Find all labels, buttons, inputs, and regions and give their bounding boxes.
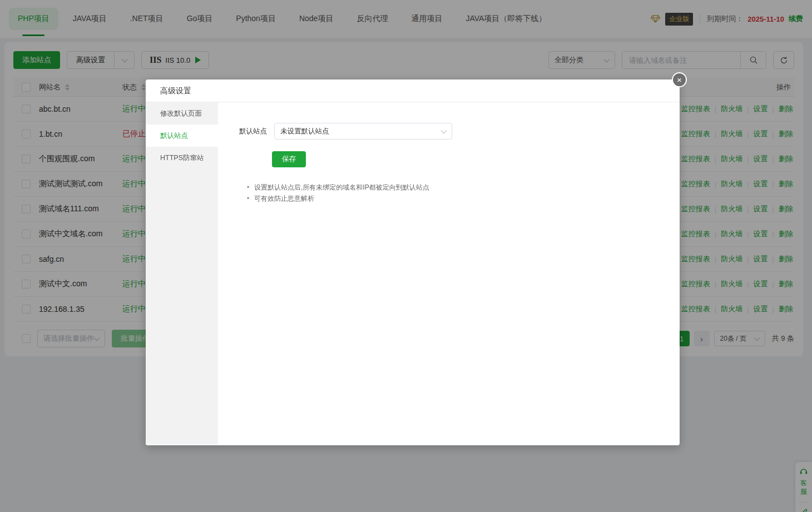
note-item: 可有效防止恶意解析 xyxy=(247,193,680,204)
modal-tab-default-site[interactable]: 默认站点 xyxy=(146,125,218,147)
modal-content: 默认站点 未设置默认站点 保存 设置默认站点后,所有未绑定的域名和IP都被定向到… xyxy=(218,102,680,445)
modal-notes: 设置默认站点后,所有未绑定的域名和IP都被定向到默认站点可有效防止恶意解析 xyxy=(247,182,680,204)
advanced-settings-modal: × 高级设置 修改默认页面默认站点HTTPS防窜站 默认站点 未设置默认站点 保… xyxy=(146,79,680,445)
default-site-select[interactable]: 未设置默认站点 xyxy=(274,123,452,140)
modal-tab-https-anti-leech[interactable]: HTTPS防窜站 xyxy=(146,147,218,169)
close-icon[interactable]: × xyxy=(672,72,687,87)
save-button[interactable]: 保存 xyxy=(272,151,306,167)
modal-sidebar: 修改默认页面默认站点HTTPS防窜站 xyxy=(146,102,218,445)
modal-title: 高级设置 xyxy=(146,79,680,102)
note-item: 设置默认站点后,所有未绑定的域名和IP都被定向到默认站点 xyxy=(247,182,680,193)
modal-overlay[interactable]: × 高级设置 修改默认页面默认站点HTTPS防窜站 默认站点 未设置默认站点 保… xyxy=(0,0,812,512)
modal-tab-change-default-page[interactable]: 修改默认页面 xyxy=(146,102,218,125)
chevron-down-icon xyxy=(440,127,447,133)
default-site-label: 默认站点 xyxy=(239,127,267,136)
